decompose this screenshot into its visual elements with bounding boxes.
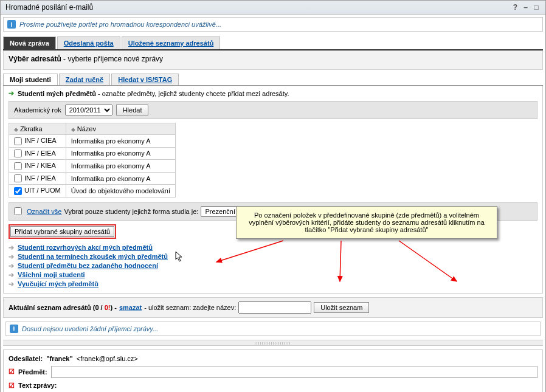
sender-name: "franek" [46,355,72,362]
table-row: INF / CIEA Informatika pro ekonomy A [9,135,176,148]
year-label: Akademický rok [14,106,61,114]
subject-input[interactable] [51,366,537,378]
subtab-manual[interactable]: Zadat ručně [59,74,110,85]
row-checkbox[interactable] [14,162,22,170]
tab-saved-lists[interactable]: Uložené seznamy adresátů [122,36,221,49]
link-teachers[interactable]: Vyučující mých předmětů [18,280,98,287]
subjects-table: ◆Zkratka ◆Název INF / CIEA Informatika p… [9,123,176,198]
chevron-right-icon: ➔ [9,253,14,261]
minimize-icon[interactable]: – [522,3,530,12]
help-icon[interactable]: ? [511,3,519,12]
subtab-search-stag[interactable]: Hledat v IS/STAG [111,74,179,85]
tab-new-message[interactable]: Nová zpráva [3,36,56,49]
row-checkbox[interactable] [14,150,22,157]
window-title: Hromadné posílání e-mailů [5,3,93,12]
subjects-title: Studenti mých předmětů [18,90,96,97]
list-name-input[interactable] [238,301,311,314]
sort-icon: ◆ [71,126,75,132]
col-name[interactable]: ◆Název [66,123,175,135]
select-all-checkbox[interactable] [14,207,22,215]
subject-label: Předmět: [18,368,47,376]
link-all-students[interactable]: Všichni moji studenti [18,271,85,278]
recipient-selection-section: Výběr adresátů - vyberte příjemce nové z… [3,50,543,70]
link-schedule-students[interactable]: Studenti rozvrhových akcí mých předmětů [18,244,153,251]
sub-tabs: Moji studenti Zadat ručně Hledat v IS/ST… [3,74,543,86]
link-ungraded-students[interactable]: Studenti předmětu bez zadaného hodnocení [18,262,158,269]
section-title: Výběr adresátů [9,55,61,63]
info-icon: i [7,20,16,29]
body-label: Text zprávy: [18,382,57,389]
info-bar-top: i Prosíme používejte portlet pro hromadn… [3,17,543,32]
clear-list-link[interactable]: smazat [119,304,142,311]
main-tabs: Nová zpráva Odeslaná pošta Uložené sezna… [3,36,543,50]
table-row: UIT / PUOM Úvod do objektového modelován… [9,185,176,198]
info-text2: Dosud nejsou uvedeni žádní příjemci zprá… [22,325,158,332]
chevron-right-icon: ➔ [9,280,14,288]
link-exam-students[interactable]: Studenti na termínech zkoušek mých předm… [18,253,168,260]
subtab-my-students[interactable]: Moji studenti [3,74,58,85]
col-code[interactable]: ◆Zkratka [9,123,66,135]
select-all-link[interactable]: Označit vše [27,208,61,215]
info-icon: i [10,325,18,333]
maximize-icon[interactable]: □ [532,3,541,12]
row-checkbox[interactable] [14,174,22,182]
recipient-list-row: Aktuální seznam adresátů (0 / 0!) - smaz… [3,297,543,318]
expand-arrow-icon: ➔ [9,89,14,97]
splitter-handle[interactable] [3,340,543,346]
table-row: INF / KIEA Informatika pro ekonomy A [9,160,176,173]
row-checkbox[interactable] [14,137,22,145]
content-panel: ➔ Studenti mých předmětů - označte předm… [3,86,543,294]
info-text: Prosíme používejte portlet pro hromadnou… [19,21,221,28]
sender-email: <franek@opf.slu.cz> [77,355,138,362]
sender-label: Odesílatel: [9,355,43,362]
year-select[interactable]: 2010/2011 [65,105,112,115]
search-button[interactable]: Hledat [116,105,149,115]
compose-panel: Odesílatel: "franek" <franek@opf.slu.cz>… [3,349,543,392]
row-checkbox[interactable] [14,187,22,195]
academic-year-row: Akademický rok 2010/2011 Hledat [9,101,537,119]
tooltip-callout: Po označení položek v předdefinované sku… [236,206,497,239]
table-row: INF / EIEA Informatika pro ekonomy A [9,147,176,160]
subjects-desc: - označte předměty, jejichž studenty chc… [96,90,289,97]
section-desc: - vyberte příjemce nové zprávy [61,55,163,63]
required-icon: ☑ [9,382,15,390]
chevron-right-icon: ➔ [9,244,14,252]
chevron-right-icon: ➔ [9,271,14,279]
chevron-right-icon: ➔ [9,262,14,270]
required-icon: ☑ [9,368,15,376]
related-links: ➔Studenti rozvrhových akcí mých předmětů… [9,244,537,288]
info-bar-recipients: i Dosud nejsou uvedeni žádní příjemci zp… [5,322,541,336]
save-list-button[interactable]: Uložit seznam [314,302,369,313]
tab-sent-mail[interactable]: Odeslaná pošta [57,36,120,49]
cursor-icon [175,251,185,266]
filter-text1: Vybrat pouze studenty jejichž forma stud… [64,208,198,215]
add-selected-groups-button[interactable]: Přidat vybrané skupiny adresátů [10,226,114,237]
table-row: INF / PIEA Informatika pro ekonomy A [9,172,176,185]
sort-icon: ◆ [14,126,18,132]
